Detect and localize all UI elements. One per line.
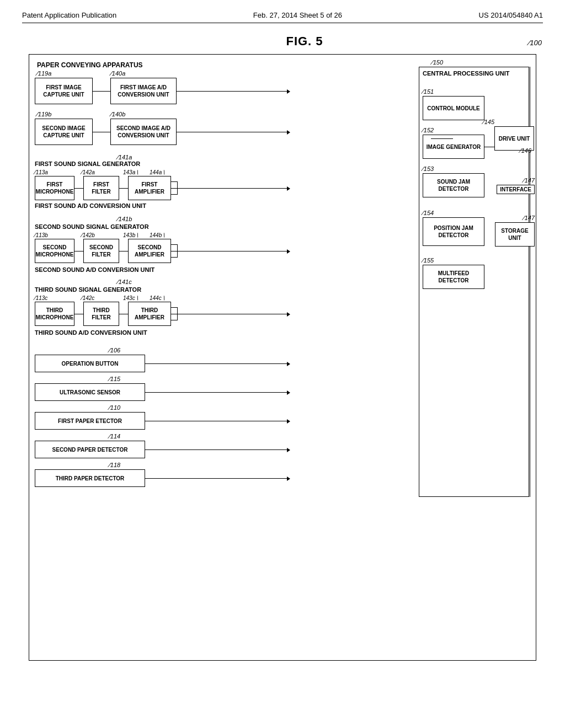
arrow-fpaper-right	[145, 421, 287, 421]
header-right: US 2014/054840 A1	[479, 11, 543, 19]
bracket-amp1	[171, 181, 178, 195]
ref-142c: ∕142c	[82, 295, 94, 301]
ref-storage: ∕147	[524, 215, 535, 221]
ref-140b: ∕140b	[111, 111, 125, 117]
ref-113a: ∕113a	[35, 169, 48, 175]
first-microphone-box: FIRST MICROPHONE	[35, 176, 74, 200]
arrow-amp2-right	[171, 251, 287, 251]
second-sound-signal-label: SECOND SOUND SIGNAL GENERATOR	[35, 223, 149, 230]
arrow-filter2-to-amp2	[119, 251, 128, 251]
ref-144c: 144c∖	[150, 295, 165, 301]
arrow-img-cap-to-ad	[93, 91, 110, 92]
ref-106: ∕106	[109, 347, 120, 354]
ref-118: ∕118	[109, 462, 120, 468]
ref-141b: ∕141b	[118, 216, 132, 222]
arrow-opbtn-right	[145, 363, 287, 364]
ref-141c: ∕141c	[118, 279, 132, 285]
ref-113c: ∕113c	[35, 295, 47, 301]
third-microphone-box: THIRD MICROPHONE	[35, 302, 74, 326]
ref-142b: ∕142b	[82, 232, 95, 238]
arrow-spaper-right	[145, 449, 287, 450]
first-image-ad-box: FIRST IMAGE A/D CONVERSION UNIT	[110, 78, 177, 104]
third-sound-ad-label: THIRD SOUND A/D CONVERSION UNIT	[35, 329, 147, 336]
first-amplifier-box: FIRST AMPLIFIER	[128, 176, 171, 200]
operation-button-box: OPERATION BUTTON	[35, 355, 145, 372]
page-header: Patent Application Publication Feb. 27, …	[22, 11, 543, 23]
third-paper-detector-box: THIRD PAPER DETECTOR	[35, 469, 145, 487]
second-image-capture-box: SECOND IMAGE CAPTURE UNIT	[35, 119, 93, 145]
arrow-tpaper-right	[145, 478, 287, 479]
ref-144b: 144b∖	[150, 232, 165, 238]
interface-box: INTERFACE	[497, 185, 535, 194]
ref-151: ∕151	[423, 88, 434, 95]
line-to-drive	[431, 138, 453, 139]
second-amplifier-box: SECOND AMPLIFIER	[128, 239, 171, 263]
first-sound-ad-label: FIRST SOUND A/D CONVERSION UNIT	[35, 202, 146, 209]
arrow-mic1-to-filter1	[74, 188, 83, 189]
storage-unit-box: STORAGE UNIT	[495, 222, 535, 247]
control-module-box: CONTROL MODULE	[423, 96, 484, 120]
sound-jam-detector-box: SOUND JAM DETECTOR	[423, 173, 484, 197]
ref-150: ∕150	[432, 59, 443, 66]
arrow-first-ad-right	[177, 91, 287, 92]
ref-141a: ∕141a	[118, 154, 132, 160]
ref-115: ∕115	[109, 376, 120, 382]
ref-140a: ∕140a	[111, 70, 125, 77]
second-image-ad-box: SECOND IMAGE A/D CONVERSION UNIT	[110, 119, 177, 145]
arrow-second-ad-right	[177, 132, 287, 132]
second-sound-ad-label: SECOND SOUND A/D CONVERSION UNIT	[35, 266, 154, 273]
ref-113b: ∕113b	[35, 232, 48, 238]
ref-155: ∕155	[423, 257, 434, 264]
ref-119b: ∕119b	[37, 111, 51, 117]
first-paper-detector-box: FIRST PAPER ETECTOR	[35, 412, 145, 430]
second-paper-detector-box: SECOND PAPER DETECTOR	[35, 441, 145, 458]
ref-144a: 144a∖	[150, 169, 165, 175]
header-left: Patent Application Publication	[22, 11, 116, 19]
ref-153: ∕153	[423, 165, 434, 172]
second-filter-box: SECOND FILTER	[83, 239, 119, 263]
central-processing-label: CENTRAL PROCESSING UNIT	[423, 69, 509, 77]
first-image-capture-box: FIRST IMAGE CAPTURE UNIT	[35, 78, 93, 104]
bracket-amp2	[171, 244, 178, 258]
ref-100: ∕100	[529, 39, 542, 47]
third-amplifier-box: THIRD AMPLIFIER	[128, 302, 171, 326]
ref-119a: ∕119a	[37, 70, 51, 77]
ref-114: ∕114	[109, 433, 120, 440]
third-filter-box: THIRD FILTER	[83, 302, 119, 326]
arrow-amp1-right	[171, 188, 287, 189]
header-center: Feb. 27, 2014 Sheet 5 of 26	[253, 11, 342, 19]
arrow-img2-cap-to-ad	[93, 132, 110, 132]
bracket-amp3	[171, 307, 178, 320]
ref-145-outer: ∕145	[483, 119, 494, 125]
ref-110: ∕110	[109, 404, 120, 411]
ref-143c: 143c∖	[123, 295, 138, 301]
arrow-mic2-to-filter2	[74, 251, 83, 251]
multifeed-detector-box: MULTIFEED DETECTOR	[423, 265, 484, 289]
second-microphone-box: SECOND MICROPHONE	[35, 239, 74, 263]
page: Patent Application Publication Feb. 27, …	[0, 0, 565, 728]
ref-147: ∕147	[524, 177, 535, 184]
arrow-filter3-to-amp3	[119, 314, 128, 314]
ref-154: ∕154	[423, 210, 434, 216]
main-diagram: PAPER CONVEYING APPARATUS ∕150 ∕119a ∕14…	[29, 54, 536, 661]
ref-146: ∕146	[520, 147, 531, 154]
position-jam-detector-box: POSITION JAM DETECTOR	[423, 217, 484, 246]
ref-143a: 143a∖	[123, 169, 138, 175]
arrow-filter1-to-amp1	[119, 188, 128, 189]
arrow-ultra-right	[145, 392, 287, 393]
ref-152: ∕152	[423, 127, 434, 133]
ref-143b: 143b∖	[123, 232, 138, 238]
ref-142a: ∕142a	[82, 169, 95, 175]
first-filter-box: FIRST FILTER	[83, 176, 119, 200]
ultrasonic-sensor-box: ULTRASONIC SENSOR	[35, 383, 145, 401]
third-sound-signal-label: THIRD SOUND SIGNAL GENERATOR	[35, 286, 141, 293]
arrow-amp3-right	[171, 314, 287, 314]
fig-title: FIG. 5	[66, 34, 543, 49]
arrow-mic3-to-filter3	[74, 314, 83, 314]
first-sound-signal-label: FIRST SOUND SIGNAL GENERATOR	[35, 160, 140, 167]
